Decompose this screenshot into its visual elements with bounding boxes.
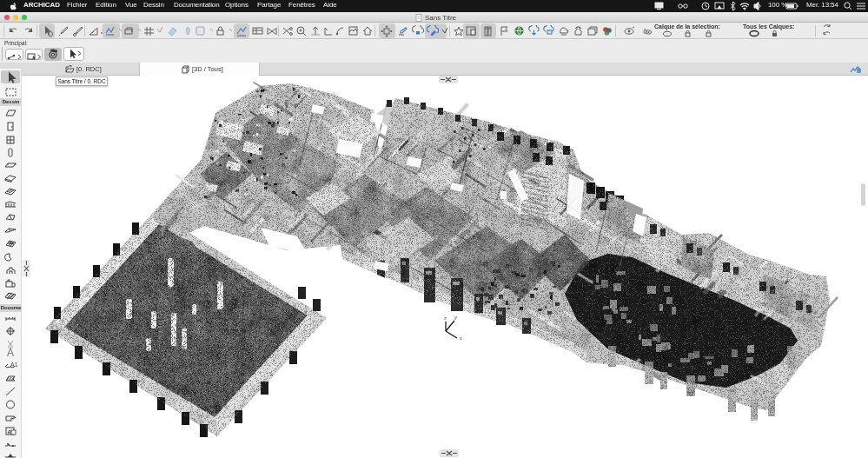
svg-text:x: x bbox=[460, 335, 462, 341]
svg-text:z: z bbox=[444, 315, 447, 321]
svg-text:y: y bbox=[454, 315, 457, 320]
svg-text:A1: A1 bbox=[10, 362, 17, 368]
